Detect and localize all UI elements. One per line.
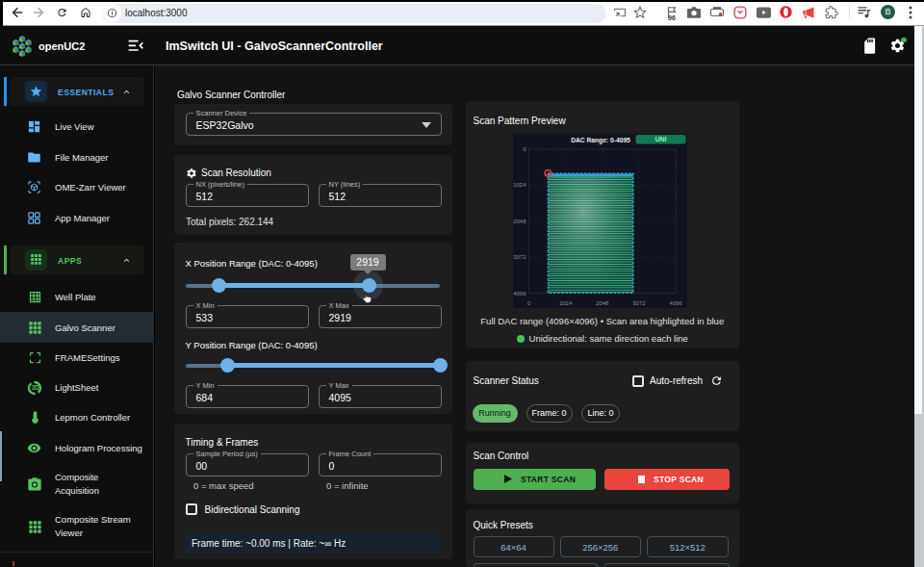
svg-text:2048: 2048	[596, 300, 609, 306]
svg-text:3072: 3072	[632, 300, 646, 306]
svg-text:3072: 3072	[513, 254, 526, 260]
svg-text:4096: 4096	[513, 290, 526, 296]
svg-text:1024: 1024	[558, 300, 572, 306]
svg-text:1024: 1024	[513, 182, 526, 188]
svg-text:3D: 3D	[32, 384, 40, 391]
svg-text:UNI: UNI	[654, 136, 666, 142]
svg-text:4096: 4096	[669, 300, 682, 306]
svg-text:2048: 2048	[513, 218, 526, 223]
svg-text:DAC Range: 0-4095: DAC Range: 0-4095	[571, 137, 630, 144]
